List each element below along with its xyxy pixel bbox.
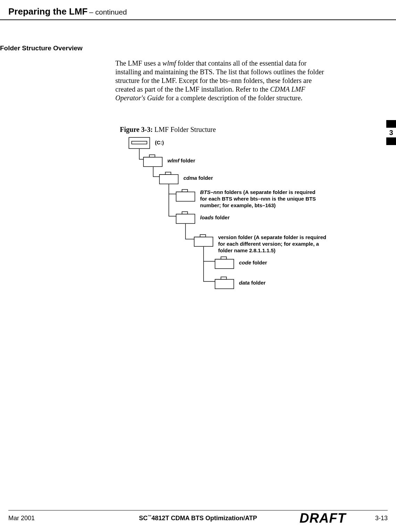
footer-product-text: 4812T CDMA BTS Optimization/ATP [151,515,257,522]
folder-icon [194,234,213,248]
footer-draft-watermark: DRAFT [299,511,346,526]
tree-label-data-suffix: folder [250,280,266,286]
tree-node-data: data folder [215,277,266,290]
tree-label-loads-suffix: folder [214,214,230,220]
tree-label-wlmf-name: wlmf [167,158,179,163]
tree-label-code-name: code [239,260,251,265]
tab-bar-top [386,120,396,128]
figure-caption-text: LMF Folder Structure [153,126,216,133]
section-heading: Folder Structure Overview [0,44,83,52]
svg-rect-2 [143,157,162,167]
chapter-tab: 3 [386,120,396,145]
footer-product-prefix: SC [139,515,148,522]
folder-tree-diagram: (C:) wlmf folder cdma folder BTS–nnn fol… [129,137,351,318]
folder-icon [176,189,195,203]
footer-page-number: 3-13 [375,515,388,522]
tree-label-cdma-name: cdma [183,175,197,181]
folder-icon [159,172,179,185]
tree-label-loads-name: loads [200,214,214,220]
header-continued: – continued [89,8,127,16]
page-header: Preparing the LMF – continued [8,6,396,17]
folder-icon [215,277,234,290]
tree-label-loads: loads folder [200,214,230,221]
svg-rect-1 [132,141,147,144]
tree-node-bts: BTS–nnn folders (A separate folder is re… [176,189,318,209]
footer-tm: ™ [148,514,151,518]
svg-rect-6 [194,237,213,246]
tree-label-cdma: cdma folder [183,175,213,181]
header-rule [0,19,396,20]
svg-rect-5 [176,214,195,223]
header-title: Preparing the LMF [8,6,88,17]
footer-rule [8,510,388,510]
folder-icon [215,256,234,270]
figure-caption: Figure 3-3: LMF Folder Structure [120,126,216,134]
tree-label-data: data folder [239,280,266,286]
folder-icon [143,154,163,168]
tab-bar-bottom [386,137,396,145]
tree-label-version: version folder (A separate folder is req… [218,234,329,254]
body-text-c: for a complete description of the folder… [164,94,302,102]
figure-caption-number: Figure 3-3: [120,126,153,133]
folder-icon [176,211,195,225]
tree-label-cdma-suffix: folder [197,175,213,181]
tree-node-wlmf: wlmf folder [143,154,195,168]
tab-chapter-number: 3 [386,128,396,137]
svg-rect-4 [176,192,195,201]
drive-icon [129,137,150,150]
svg-rect-3 [159,175,178,184]
tree-label-wlmf-suffix: folder [179,158,195,163]
tree-label-code-suffix: folder [251,260,267,265]
tree-node-loads: loads folder [176,211,230,225]
tree-node-code: code folder [215,256,267,270]
svg-rect-8 [215,279,234,289]
page-footer: Mar 2001 SC™4812T CDMA BTS Optimization/… [8,513,388,524]
body-text-italic-wlmf: wlmf [163,59,176,67]
tree-node-c-drive: (C:) [129,137,164,150]
body-text-a: The LMF uses a [115,59,163,67]
svg-rect-7 [215,259,234,269]
tree-label-wlmf: wlmf folder [167,158,195,164]
tree-label-c-drive: (C:) [155,140,164,146]
tree-label-bts: BTS–nnn folders (A separate folder is re… [200,189,318,209]
tree-label-code: code folder [239,260,267,266]
tree-label-bts-name: BTS–nnn [200,189,223,195]
tree-node-cdma: cdma folder [159,172,213,185]
footer-date: Mar 2001 [8,515,35,522]
tree-label-data-name: data [239,280,250,286]
body-paragraph: The LMF uses a wlmf folder that contains… [115,59,331,102]
